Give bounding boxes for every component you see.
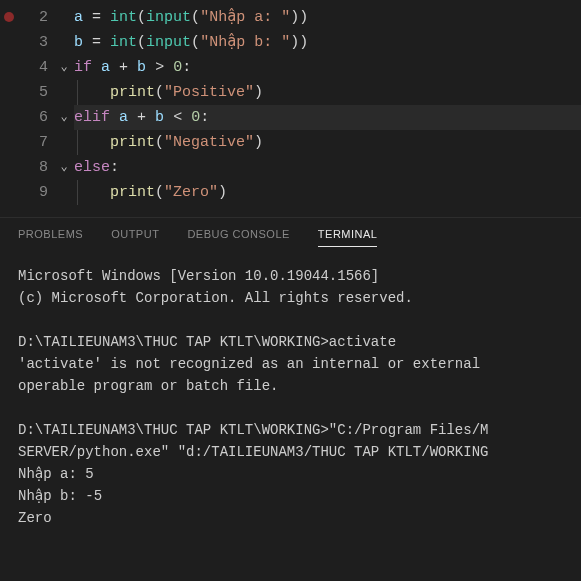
code-token: > xyxy=(155,59,164,76)
code-token: : xyxy=(182,59,191,76)
code-token: a xyxy=(119,109,128,126)
code-token: ) xyxy=(290,34,299,51)
code-line[interactable]: a = int(input("Nhập a: ")) xyxy=(74,5,581,30)
code-token xyxy=(182,109,191,126)
code-token xyxy=(146,109,155,126)
code-token xyxy=(110,109,119,126)
code-token xyxy=(74,184,110,201)
terminal-output[interactable]: Microsoft Windows [Version 10.0.19044.15… xyxy=(0,255,581,539)
code-line[interactable]: print("Positive") xyxy=(74,80,581,105)
fold-spacer xyxy=(54,130,74,155)
code-token: ( xyxy=(137,9,146,26)
code-token: ) xyxy=(299,34,308,51)
indent-guide xyxy=(77,180,78,205)
terminal-line: D:\TAILIEUNAM3\THUC TAP KTLT\WORKING>act… xyxy=(18,331,563,353)
line-number: 5 xyxy=(18,80,54,105)
chevron-down-icon[interactable]: ⌄ xyxy=(54,155,74,180)
chevron-down-icon[interactable]: ⌄ xyxy=(54,105,74,130)
code-token xyxy=(74,84,110,101)
code-token: ) xyxy=(254,84,263,101)
code-token xyxy=(146,59,155,76)
code-token: a xyxy=(101,59,110,76)
code-token: a xyxy=(74,9,83,26)
code-token xyxy=(74,134,110,151)
indent-guide xyxy=(77,80,78,105)
code-token: = xyxy=(92,34,101,51)
code-token: ( xyxy=(155,84,164,101)
code-token: b xyxy=(74,34,83,51)
breakpoint-gutter[interactable] xyxy=(0,0,18,217)
fold-spacer xyxy=(54,30,74,55)
code-line[interactable]: print("Negative") xyxy=(74,130,581,155)
code-token: b xyxy=(155,109,164,126)
code-content[interactable]: a = int(input("Nhập a: "))b = int(input(… xyxy=(74,0,581,217)
code-token: print xyxy=(110,84,155,101)
terminal-line: SERVER/python.exe" "d:/TAILIEUNAM3/THUC … xyxy=(18,441,563,463)
breakpoint-icon[interactable] xyxy=(4,12,14,22)
line-number-gutter: 23456789 xyxy=(18,0,54,217)
code-token: 0 xyxy=(173,59,182,76)
fold-spacer xyxy=(54,180,74,205)
code-token: : xyxy=(200,109,209,126)
code-token: ( xyxy=(191,34,200,51)
code-token: "Nhập b: " xyxy=(200,34,290,51)
code-token: input xyxy=(146,9,191,26)
line-number: 3 xyxy=(18,30,54,55)
code-token xyxy=(164,59,173,76)
code-token: + xyxy=(137,109,146,126)
bottom-panel: PROBLEMSOUTPUTDEBUG CONSOLETERMINAL Micr… xyxy=(0,217,581,581)
code-token: print xyxy=(110,184,155,201)
code-token: elif xyxy=(74,109,110,126)
line-number: 8 xyxy=(18,155,54,180)
code-token: "Positive" xyxy=(164,84,254,101)
code-token: ) xyxy=(254,134,263,151)
code-token xyxy=(164,109,173,126)
code-token: if xyxy=(74,59,92,76)
code-token: "Zero" xyxy=(164,184,218,201)
code-token: else xyxy=(74,159,110,176)
tab-output[interactable]: OUTPUT xyxy=(111,228,159,247)
panel-tab-bar: PROBLEMSOUTPUTDEBUG CONSOLETERMINAL xyxy=(0,218,581,255)
code-token xyxy=(128,59,137,76)
code-line[interactable]: b = int(input("Nhập b: ")) xyxy=(74,30,581,55)
code-editor[interactable]: 23456789 ⌄⌄⌄ a = int(input("Nhập a: "))b… xyxy=(0,0,581,217)
indent-guide xyxy=(77,130,78,155)
line-number: 7 xyxy=(18,130,54,155)
terminal-line: (c) Microsoft Corporation. All rights re… xyxy=(18,287,563,309)
terminal-line: Nhập a: 5 xyxy=(18,463,563,485)
code-token xyxy=(128,109,137,126)
terminal-line xyxy=(18,397,563,419)
tab-problems[interactable]: PROBLEMS xyxy=(18,228,83,247)
terminal-line: Microsoft Windows [Version 10.0.19044.15… xyxy=(18,265,563,287)
terminal-line xyxy=(18,309,563,331)
code-line[interactable]: print("Zero") xyxy=(74,180,581,205)
code-token: + xyxy=(119,59,128,76)
code-line[interactable]: else: xyxy=(74,155,581,180)
fold-gutter[interactable]: ⌄⌄⌄ xyxy=(54,0,74,217)
code-token xyxy=(83,34,92,51)
code-token: input xyxy=(146,34,191,51)
code-token xyxy=(92,59,101,76)
code-token: print xyxy=(110,134,155,151)
terminal-line: Nhập b: -5 xyxy=(18,485,563,507)
chevron-down-icon[interactable]: ⌄ xyxy=(54,55,74,80)
terminal-line: 'activate' is not recognized as an inter… xyxy=(18,353,563,375)
code-token: int xyxy=(110,9,137,26)
code-token xyxy=(110,59,119,76)
line-number: 6 xyxy=(18,105,54,130)
code-line[interactable]: elif a + b < 0: xyxy=(74,105,581,130)
code-token: ( xyxy=(137,34,146,51)
tab-terminal[interactable]: TERMINAL xyxy=(318,228,378,247)
code-token: "Negative" xyxy=(164,134,254,151)
fold-spacer xyxy=(54,80,74,105)
tab-debug-console[interactable]: DEBUG CONSOLE xyxy=(187,228,289,247)
code-token: ( xyxy=(155,134,164,151)
terminal-line: Zero xyxy=(18,507,563,529)
code-line[interactable]: if a + b > 0: xyxy=(74,55,581,80)
terminal-line: operable program or batch file. xyxy=(18,375,563,397)
code-token: 0 xyxy=(191,109,200,126)
code-token: ) xyxy=(218,184,227,201)
code-token: b xyxy=(137,59,146,76)
line-number: 9 xyxy=(18,180,54,205)
code-token: = xyxy=(92,9,101,26)
